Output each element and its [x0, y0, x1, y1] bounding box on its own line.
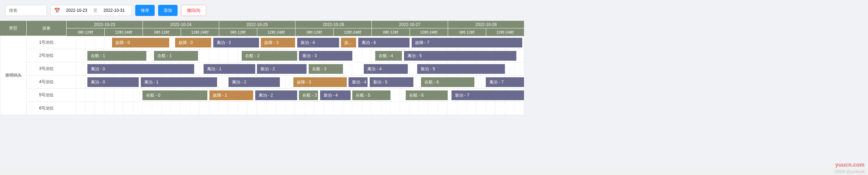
day-header-cell: 2022-10-23 [66, 21, 143, 28]
gantt-bar[interactable]: 故障 - 0 [175, 38, 212, 47]
watermark-csdn: CSDN @yonkooit [835, 169, 865, 174]
gantt-bar[interactable]: 故障 - 3 [293, 77, 347, 87]
calendar-icon: 📅 [54, 8, 60, 13]
gantt-bar[interactable]: 离泊 - 1 [204, 64, 255, 74]
gantt-bar[interactable]: 在航 - 6 [406, 90, 448, 100]
halfday-header-cell: 0时-12时 [143, 28, 181, 36]
timeline-row [66, 102, 524, 115]
search-input[interactable] [5, 5, 47, 16]
gantt-bar[interactable]: 故障 - 0 [112, 38, 169, 47]
gantt-bar[interactable]: 离泊 - 2 [213, 38, 259, 47]
gantt-bar[interactable]: 故障 - 1 [209, 90, 253, 100]
gantt-bar[interactable]: 在航 - 3 [309, 64, 343, 74]
gantt-bar[interactable]: 靠泊 - 4 [320, 90, 351, 100]
timeline: 2022-10-232022-10-242022-10-252022-10-26… [66, 21, 524, 115]
gantt-bar[interactable]: 故障 - 5 [341, 38, 356, 47]
gantt-bar[interactable]: 在航 - 5 [352, 90, 390, 100]
day-header-cell: 2022-10-27 [371, 21, 448, 28]
gantt-bar[interactable]: 在航 - 1 [87, 51, 147, 61]
halfday-header-cell: 0时-12时 [371, 28, 410, 36]
add-button[interactable]: 添加 [158, 5, 178, 16]
gantt-bar[interactable]: 离泊 - 4 [364, 64, 408, 74]
gantt-bar[interactable]: 在航 - 3 [299, 90, 318, 100]
equipment-row[interactable]: 1号泊位 [26, 36, 66, 49]
gantt-bar[interactable]: 在航 - 1 [154, 51, 198, 61]
date-end-input[interactable] [100, 8, 128, 13]
type-column: 类型 崇明码头 [0, 21, 26, 115]
horizontal-scrollbar[interactable] [0, 169, 868, 175]
gantt-bar[interactable]: 离泊 - 0 [87, 64, 194, 74]
gantt-bar[interactable]: 离泊 - 5 [404, 51, 517, 61]
timeline-header: 2022-10-232022-10-242022-10-252022-10-26… [66, 21, 524, 36]
type-header: 类型 [0, 21, 26, 36]
equipment-row[interactable]: 5号泊位 [26, 89, 66, 102]
gantt-bar[interactable]: 离泊 - 7 [486, 77, 524, 87]
equipment-row[interactable]: 2号泊位 [26, 49, 66, 62]
timeline-row: 离泊 - 0离泊 - 1靠泊 - 2在航 - 3离泊 - 4靠泊 - 5 [66, 62, 524, 76]
toolbar: 📅 至 保存 添加 撤回(9) [0, 0, 868, 21]
halfday-header-cell: 0时-12时 [219, 28, 257, 36]
gantt-bar[interactable]: 离泊 - 0 [87, 77, 139, 87]
gantt-bar[interactable]: 在航 - 2 [242, 51, 297, 61]
day-header-cell: 2022-10-24 [143, 21, 219, 28]
halfday-header-cell: 12时-24时 [104, 28, 143, 36]
halfday-header-cell: 12时-24时 [410, 28, 448, 36]
timeline-row: 在航 - 1在航 - 1在航 - 2靠泊 - 3在航 - 4离泊 - 5 [66, 49, 524, 62]
halfday-header-cell: 12时-24时 [181, 28, 219, 36]
gantt-bar[interactable]: 离泊 - 1 [141, 77, 217, 87]
timeline-row: 离泊 - 0离泊 - 1离泊 - 2故障 - 3靠泊 - 4靠泊 - 5在航 -… [66, 76, 524, 89]
halfday-header-cell: 12时-24时 [486, 28, 524, 36]
equipment-row[interactable]: 6号泊位 [26, 102, 66, 115]
gantt-bar[interactable]: 靠泊 - 3 [299, 51, 352, 61]
date-range-picker[interactable]: 📅 至 [50, 5, 132, 16]
day-header-cell: 2022-10-25 [219, 21, 295, 28]
gantt-bar[interactable]: 靠泊 - 5 [417, 64, 505, 74]
gantt-bar[interactable]: 靠泊 - 4 [297, 38, 339, 47]
gantt-bar[interactable]: 靠泊 - 4 [349, 77, 368, 87]
equipment-row[interactable]: 3号泊位 [26, 62, 66, 76]
gantt-bar[interactable]: 在航 - 0 [143, 90, 207, 100]
recall-button[interactable]: 撤回(9) [181, 5, 206, 16]
halfday-header-cell: 12时-24时 [257, 28, 295, 36]
date-separator: 至 [93, 8, 97, 14]
gantt-bar[interactable]: 故障 - 3 [261, 38, 295, 47]
day-header-cell: 2022-10-26 [295, 21, 371, 28]
halfday-header-cell: 12时-24时 [333, 28, 371, 36]
gantt-bar[interactable]: 在航 - 4 [375, 51, 402, 61]
date-start-input[interactable] [63, 8, 91, 13]
gantt-bar[interactable]: 靠泊 - 2 [257, 64, 307, 74]
gantt-chart: 类型 崇明码头 设备 1号泊位2号泊位3号泊位4号泊位5号泊位6号泊位 2022… [0, 21, 524, 115]
gantt-bar[interactable]: 离泊 - 2 [255, 90, 297, 100]
type-group-cell: 崇明码头 [0, 36, 26, 115]
halfday-header-cell: 0时-12时 [448, 28, 486, 36]
gantt-bar[interactable]: 离泊 - 2 [229, 77, 280, 87]
gantt-bar[interactable]: 在航 - 6 [421, 77, 474, 87]
day-header-cell: 2022-10-28 [448, 21, 524, 28]
timeline-row: 在航 - 0故障 - 1离泊 - 2在航 - 3靠泊 - 4在航 - 5在航 -… [66, 89, 524, 102]
watermark-site: yuucn.com [835, 162, 865, 168]
halfday-header-cell: 0时-12时 [66, 28, 104, 36]
equipment-row[interactable]: 4号泊位 [26, 76, 66, 89]
gantt-bar[interactable]: 靠泊 - 7 [452, 90, 524, 100]
equipment-column: 设备 1号泊位2号泊位3号泊位4号泊位5号泊位6号泊位 [26, 21, 66, 115]
equipment-header: 设备 [26, 21, 66, 36]
halfday-header-cell: 0时-12时 [295, 28, 333, 36]
save-button[interactable]: 保存 [135, 5, 155, 16]
timeline-row: 故障 - 0故障 - 0离泊 - 2故障 - 3靠泊 - 4故障 - 5离泊 -… [66, 36, 524, 49]
gantt-bar[interactable]: 靠泊 - 5 [370, 77, 414, 87]
gantt-bar[interactable]: 故障 - 7 [412, 38, 522, 47]
gantt-bar[interactable]: 离泊 - 6 [358, 38, 410, 47]
